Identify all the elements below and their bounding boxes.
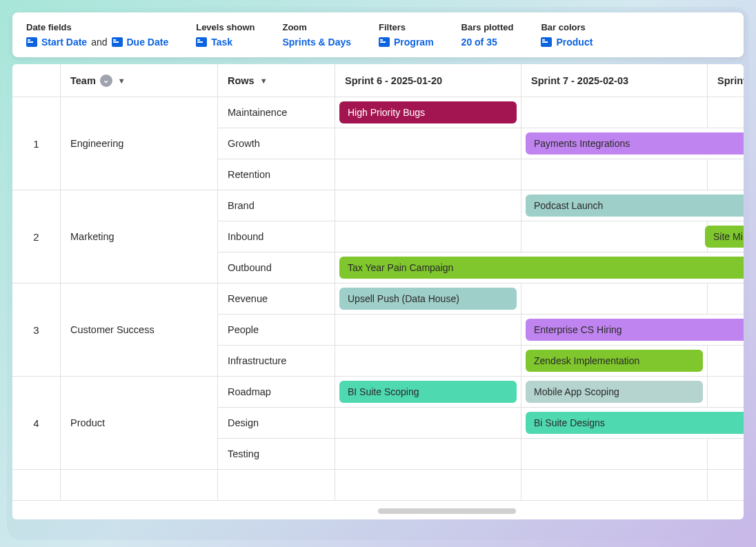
gantt-cell[interactable]: High Priority Bugs — [335, 97, 521, 128]
toolbar: Date fields Start Date and Due Date Leve… — [12, 12, 744, 57]
gantt-grid: Team ⌄ ▼ Rows ▼ Sprint 6 - 2025-01-20 Sp… — [12, 64, 744, 519]
gantt-cell[interactable] — [335, 159, 521, 190]
row-label[interactable]: Growth — [218, 128, 335, 159]
gantt-cell[interactable] — [521, 284, 708, 315]
toolbar-label: Bars plotted — [461, 22, 514, 32]
header-blank — [12, 64, 61, 97]
toolbar-label: Filters — [379, 22, 434, 32]
row-label[interactable]: Roadmap — [218, 377, 335, 408]
zoom-link[interactable]: Sprints & Days — [282, 37, 351, 48]
gantt-cell[interactable] — [708, 284, 744, 315]
task-bar-zendesk[interactable]: Zendesk Implementation — [526, 350, 703, 372]
gantt-cell[interactable] — [708, 346, 744, 377]
task-bar-high-priority-bugs[interactable]: High Priority Bugs — [339, 101, 517, 123]
task-bar-site-mig[interactable]: Site Mi — [705, 226, 744, 248]
gantt-cell[interactable]: Podcast Launch — [521, 190, 744, 221]
row-label[interactable]: Infrastructure — [218, 346, 335, 377]
task-bar-upsell[interactable]: Upsell Push (Data House) — [339, 288, 517, 310]
group-number: 2 — [12, 190, 61, 284]
task-bar-tax-year[interactable]: Tax Year Pain Campaign — [339, 257, 744, 279]
empty-cell — [12, 470, 61, 501]
bar-colors-link[interactable]: Product — [556, 37, 593, 48]
gantt-cell[interactable] — [521, 221, 708, 252]
header-sprint7[interactable]: Sprint 7 - 2025-02-03 — [521, 64, 708, 97]
toolbar-date-fields[interactable]: Date fields Start Date and Due Date — [26, 22, 168, 48]
gantt-cell[interactable] — [335, 315, 521, 346]
gantt-cell[interactable]: Payments Integrations — [521, 128, 744, 159]
field-icon — [112, 37, 123, 47]
task-bar-bi-designs[interactable]: Bi Suite Designs — [526, 412, 744, 434]
row-label[interactable]: Brand — [218, 190, 335, 221]
toolbar-zoom[interactable]: Zoom Sprints & Days — [282, 22, 351, 48]
horizontal-scrollbar[interactable] — [378, 508, 516, 514]
gantt-cell[interactable]: Tax Year Pain Campaign — [335, 252, 744, 284]
row-label[interactable]: Outbound — [218, 252, 335, 284]
header-team[interactable]: Team ⌄ ▼ — [61, 64, 218, 97]
task-bar-bi-scoping[interactable]: BI Suite Scoping — [339, 381, 517, 403]
levels-link[interactable]: Task — [211, 37, 232, 48]
start-date-link[interactable]: Start Date — [41, 37, 87, 48]
toolbar-value: Program — [379, 37, 434, 48]
header-rows[interactable]: Rows ▼ — [218, 64, 335, 97]
row-label[interactable]: Testing — [218, 439, 335, 470]
gantt-cell[interactable] — [708, 377, 744, 408]
group-number: 4 — [12, 377, 61, 470]
row-label[interactable]: Inbound — [218, 221, 335, 252]
caret-down-icon[interactable]: ▼ — [118, 77, 126, 85]
task-bar-mobile-scoping[interactable]: Mobile App Scoping — [526, 381, 703, 403]
gantt-cell[interactable] — [708, 439, 744, 470]
empty-cell — [218, 470, 335, 501]
toolbar-bar-colors[interactable]: Bar colors Product — [541, 22, 593, 48]
toolbar-value: Task — [196, 37, 255, 48]
toolbar-label: Zoom — [282, 22, 351, 32]
grid: Team ⌄ ▼ Rows ▼ Sprint 6 - 2025-01-20 Sp… — [12, 64, 744, 501]
toolbar-bars-plotted[interactable]: Bars plotted 20 of 35 — [461, 22, 514, 48]
gantt-cell[interactable]: Site Mi — [708, 221, 744, 252]
bars-plotted-link[interactable]: 20 of 35 — [461, 37, 497, 48]
header-team-label: Team — [70, 75, 96, 86]
gantt-cell[interactable]: BI Suite Scoping — [335, 377, 521, 408]
and-text: and — [91, 37, 107, 48]
filters-link[interactable]: Program — [394, 37, 434, 48]
gantt-cell[interactable]: Zendesk Implementation — [521, 346, 708, 377]
gantt-cell[interactable] — [335, 439, 521, 470]
header-sprint8[interactable]: Sprint 8 — [708, 64, 744, 97]
gantt-cell[interactable] — [335, 346, 521, 377]
row-label[interactable]: Design — [218, 408, 335, 439]
gantt-cell[interactable]: Upsell Push (Data House) — [335, 284, 521, 315]
row-label[interactable]: Maintainence — [218, 97, 335, 128]
gantt-cell[interactable] — [335, 128, 521, 159]
gantt-cell[interactable] — [335, 221, 521, 252]
toolbar-levels[interactable]: Levels shown Task — [196, 22, 255, 48]
team-name[interactable]: Marketing — [61, 190, 218, 284]
row-label[interactable]: Revenue — [218, 284, 335, 315]
gantt-cell[interactable]: Mobile App Scoping — [521, 377, 708, 408]
gantt-cell[interactable]: Enterprise CS Hiring — [521, 315, 744, 346]
row-label[interactable]: Retention — [218, 159, 335, 190]
gantt-cell[interactable] — [335, 190, 521, 221]
toolbar-label: Levels shown — [196, 22, 255, 32]
chevron-down-icon[interactable]: ⌄ — [100, 74, 112, 87]
task-bar-payments[interactable]: Payments Integrations — [526, 132, 744, 155]
gantt-cell[interactable] — [521, 97, 708, 128]
gantt-cell[interactable] — [335, 408, 521, 439]
team-name[interactable]: Engineering — [61, 97, 218, 190]
row-label[interactable]: People — [218, 315, 335, 346]
empty-cell — [521, 470, 708, 501]
group-number: 3 — [12, 284, 61, 377]
gantt-cell[interactable] — [521, 159, 708, 190]
caret-down-icon[interactable]: ▼ — [260, 77, 268, 85]
team-name[interactable]: Product — [61, 377, 218, 470]
gantt-cell[interactable] — [708, 159, 744, 190]
header-sprint6[interactable]: Sprint 6 - 2025-01-20 — [335, 64, 521, 97]
field-icon — [379, 37, 390, 47]
task-bar-podcast[interactable]: Podcast Launch — [526, 195, 744, 217]
toolbar-label: Bar colors — [541, 22, 593, 32]
gantt-cell[interactable] — [521, 439, 708, 470]
task-bar-enterprise-cs[interactable]: Enterprise CS Hiring — [526, 319, 744, 341]
team-name[interactable]: Customer Success — [61, 284, 218, 377]
gantt-cell[interactable]: Bi Suite Designs — [521, 408, 744, 439]
due-date-link[interactable]: Due Date — [127, 37, 169, 48]
gantt-cell[interactable] — [708, 97, 744, 128]
toolbar-filters[interactable]: Filters Program — [379, 22, 434, 48]
